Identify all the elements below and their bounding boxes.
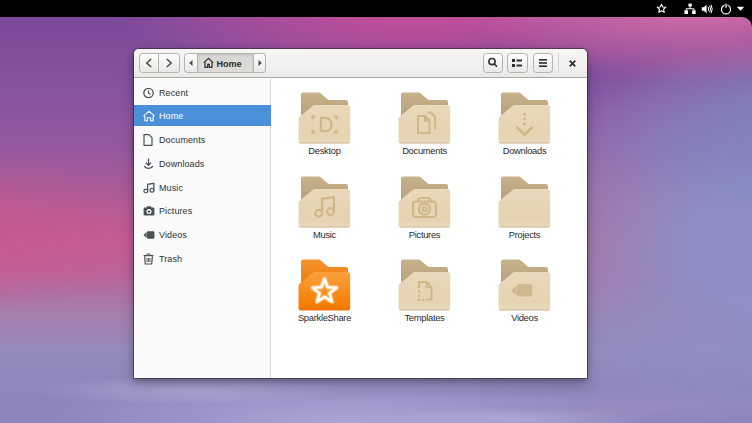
svg-text:Home: Home	[217, 59, 242, 69]
